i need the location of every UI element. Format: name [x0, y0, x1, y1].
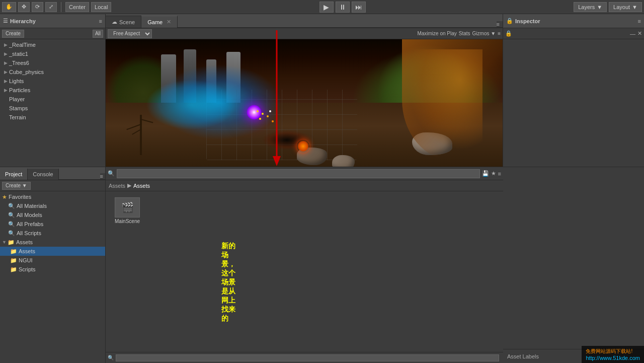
assets-ngui-item[interactable]: 📁 NGUI — [0, 256, 105, 265]
game-tab-label: Game — [147, 19, 163, 25]
item-label: Player — [9, 96, 25, 102]
assets-group[interactable]: ▼ 📁 Assets — [0, 238, 105, 247]
all-scripts-item[interactable]: 🔍 All Scripts — [0, 229, 105, 238]
inspector-bottom: Asset Labels — [503, 167, 644, 363]
breadcrumb-current[interactable]: Assets — [133, 183, 150, 189]
project-tab-bar: Project Console ≡ — [0, 167, 105, 180]
game-tab[interactable]: Game ✕ — [141, 16, 178, 28]
aspect-dropdown[interactable]: Free Aspect — [108, 29, 152, 38]
inspector-panel: 🔒 Inspector ≡ 🔒 — ✕ — [503, 14, 644, 180]
hierarchy-panel: ☰ Hierarchy ≡ Create All ▶ _RealTime ▶ _… — [0, 14, 106, 180]
assets-assets-label: Assets — [19, 248, 35, 254]
inspector-header: 🔒 Inspector ≡ — [503, 14, 644, 28]
hierarchy-item-realtime[interactable]: ▶ _RealTime — [0, 40, 105, 49]
item-label: Terrain — [9, 114, 26, 120]
assets-search-bar: 🔍 💾 ★ ≡ — [106, 167, 503, 180]
hierarchy-item-trees6[interactable]: ▶ _Trees6 — [0, 58, 105, 67]
autumn-foliage2 — [407, 49, 482, 150]
center-label: Center — [69, 4, 86, 10]
all-prefabs-label: All Prefabs — [17, 221, 43, 227]
move-tool-btn[interactable]: ✥ — [18, 2, 30, 12]
assets-content: 🎬 MainScene 新的场景，这个场景是从网上找来的 — [106, 191, 503, 352]
inspector-lock-icon[interactable]: 🔒 — [506, 18, 513, 24]
layout-label: Layout — [613, 4, 630, 10]
gizmos-btn[interactable]: Gizmos ▼ — [472, 31, 496, 36]
rotate-tool-btn[interactable]: ⟳ — [32, 2, 43, 12]
bottom-search-bar[interactable] — [116, 354, 499, 361]
breadcrumb-separator: ▶ — [127, 182, 131, 189]
center-panel: ☁ Scene Game ✕ ≡ Free Aspect Maximize on… — [106, 14, 503, 180]
all-materials-item[interactable]: 🔍 All Materials — [0, 201, 105, 210]
maximize-on-play-btn[interactable]: Maximize on Play — [417, 31, 456, 36]
play-btn[interactable]: ▶ — [319, 2, 334, 13]
tab-options-btn[interactable]: ≡ — [497, 21, 500, 27]
top-toolbar: ✋ ✥ ⟳ ⤢ Center Local ▶ ⏸ ⏭ Layers ▼ Layo… — [0, 0, 644, 14]
assets-assets-item[interactable]: 📁 Assets — [0, 247, 105, 256]
tab-close-icon[interactable]: ✕ — [167, 19, 171, 25]
inspector-title: Inspector — [515, 18, 636, 24]
project-tab[interactable]: Project — [0, 169, 28, 180]
center-btn[interactable]: Center — [65, 2, 89, 12]
assets-star-btn[interactable]: ★ — [491, 170, 496, 177]
project-create-btn[interactable]: Create ▼ — [2, 182, 31, 190]
pause-btn[interactable]: ⏸ — [336, 2, 350, 13]
assets-scripts-label: Scripts — [19, 266, 36, 272]
hierarchy-item-cube-physics[interactable]: ▶ Cube_physics — [0, 67, 105, 77]
layers-arrow-icon: ▼ — [597, 4, 602, 10]
hierarchy-item-stamps[interactable]: Stamps — [0, 104, 105, 113]
hierarchy-panel-icon: ☰ — [3, 18, 8, 24]
watermark-line2: http://www.51kde.com — [586, 355, 640, 361]
hierarchy-item-player[interactable]: Player — [0, 95, 105, 104]
assets-bottom-bar: 🔍 — [106, 352, 503, 363]
asset-labels-text: Asset Labels — [507, 353, 539, 359]
hierarchy-menu-btn[interactable]: ≡ — [99, 18, 102, 24]
project-panel: Project Console ≡ Create ▼ ★ Favorites 🔍… — [0, 167, 106, 363]
scene-tab-icon: ☁ — [112, 19, 117, 25]
panel-options-btn[interactable]: ≡ — [498, 31, 501, 36]
all-prefabs-item[interactable]: 🔍 All Prefabs — [0, 220, 105, 229]
asset-mainscene[interactable]: 🎬 MainScene — [110, 195, 145, 226]
item-label: _static1 — [9, 51, 28, 57]
assets-options-btn[interactable]: ≡ — [498, 171, 501, 177]
hierarchy-create-btn[interactable]: Create — [2, 30, 24, 38]
hierarchy-title: Hierarchy — [10, 18, 97, 24]
inspector-lock-btn[interactable]: 🔒 — [505, 30, 512, 37]
hierarchy-item-terrain[interactable]: Terrain — [0, 113, 105, 122]
item-label: _RealTime — [9, 42, 36, 48]
favorites-group[interactable]: ★ Favorites — [0, 192, 105, 201]
inspector-collapse-btn[interactable]: — — [630, 31, 635, 37]
breadcrumb-root[interactable]: Assets — [109, 183, 125, 189]
step-btn[interactable]: ⏭ — [352, 2, 366, 13]
all-models-item[interactable]: 🔍 All Models — [0, 210, 105, 220]
bottom-section: Project Console ≡ Create ▼ ★ Favorites 🔍… — [0, 167, 644, 363]
hierarchy-item-particles[interactable]: ▶ Particles — [0, 86, 105, 95]
search-icon: 🔍 — [8, 212, 15, 219]
rect-tool-btn[interactable]: ⤢ — [45, 2, 57, 12]
project-tab-label: Project — [5, 171, 22, 177]
layers-dropdown[interactable]: Layers ▼ — [574, 2, 607, 12]
folder-icon: 📁 — [10, 248, 17, 255]
hierarchy-items: ▶ _RealTime ▶ _static1 ▶ _Trees6 ▶ Cube_… — [0, 39, 105, 180]
assets-group-label: Assets — [16, 239, 33, 245]
scene-tab[interactable]: ☁ Scene — [106, 16, 141, 28]
search-icon: 🔍 — [8, 203, 15, 209]
all-models-label: All Models — [17, 212, 42, 218]
local-btn[interactable]: Local — [91, 2, 111, 12]
separator-1 — [61, 2, 61, 12]
assets-scripts-item[interactable]: 📁 Scripts — [0, 265, 105, 274]
stats-btn[interactable]: Stats — [459, 31, 470, 36]
item-label: Lights — [9, 78, 24, 84]
project-options-btn[interactable]: ≡ — [100, 173, 103, 179]
search-icon: 🔍 — [8, 221, 15, 228]
hierarchy-item-lights[interactable]: ▶ Lights — [0, 77, 105, 86]
console-tab[interactable]: Console — [28, 169, 58, 180]
hand-tool-btn[interactable]: ✋ — [2, 2, 16, 12]
all-materials-label: All Materials — [17, 203, 47, 209]
folder-icon: 📁 — [8, 239, 15, 246]
layout-dropdown[interactable]: Layout ▼ — [609, 2, 642, 12]
inspector-menu-btn[interactable]: ≡ — [638, 18, 641, 24]
hierarchy-item-static1[interactable]: ▶ _static1 — [0, 49, 105, 58]
inspector-close-btn[interactable]: ✕ — [637, 30, 642, 37]
assets-search-input[interactable] — [117, 169, 480, 178]
assets-save-btn[interactable]: 💾 — [482, 170, 489, 177]
